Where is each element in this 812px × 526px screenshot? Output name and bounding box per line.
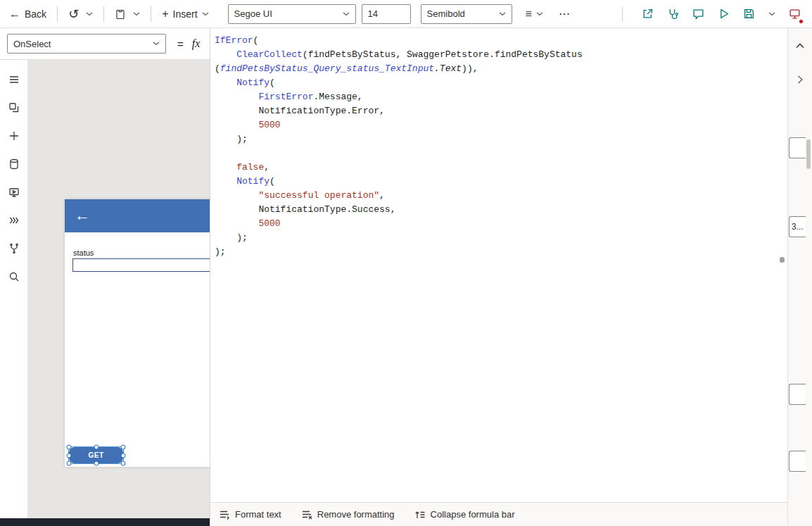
format-text-button[interactable]: Format text [219,509,281,520]
code-line: false, [215,161,776,175]
right-panel-strip: 3... [788,28,812,526]
format-text-label: Format text [235,509,281,520]
data-button[interactable] [0,150,28,178]
chevron-down-icon [202,12,209,16]
code-line: "successful operation", [215,189,776,203]
selection-handle[interactable] [67,445,72,450]
chevron-right-icon [794,74,806,85]
collapse-formula-bar-label: Collapse formula bar [431,509,515,520]
selection-handle[interactable] [67,453,72,458]
insert-button[interactable]: + Insert [158,4,212,25]
fork-icon [8,243,20,254]
font-family-value: Segoe UI [234,8,272,19]
back-label: Back [25,8,46,20]
selection-handle[interactable] [121,453,126,458]
chevron-down-icon [499,12,506,16]
collapse-formula-bar-icon [414,509,426,520]
clipped-property-input[interactable] [789,451,806,472]
share-icon [642,8,654,20]
stethoscope-icon [667,8,679,20]
search-icon [8,271,20,282]
font-weight-value: Semibold [427,8,465,19]
media-button[interactable] [0,178,28,206]
menu-button[interactable] [0,65,28,94]
property-selector[interactable]: OnSelect [7,34,166,54]
clipped-property-input[interactable] [789,137,806,158]
font-size-select[interactable]: 14 [362,4,411,24]
toolbar-divider [103,6,104,22]
undo-button[interactable]: ↺ [65,4,82,25]
screen-header-bar[interactable]: ← [65,199,210,232]
font-size-value: 14 [368,8,378,19]
publish-button[interactable] [787,4,802,25]
more-commands-button[interactable]: ⋯ [555,4,573,25]
insert-rail-button[interactable] [0,122,28,150]
format-text-icon [219,509,230,520]
app-screen-preview[interactable]: ← status GET [65,199,210,467]
formula-scrollbar-thumb[interactable] [780,257,785,263]
power-automate-button[interactable] [0,206,28,234]
remove-formatting-button[interactable]: Remove formatting [301,509,395,520]
clipped-property-input[interactable] [789,384,806,405]
chevron-up-icon [794,40,806,51]
selected-control-bounds[interactable]: GET [68,446,124,464]
clipped-property-input[interactable]: 3... [789,216,806,237]
collapse-formula-bar-button[interactable]: Collapse formula bar [414,509,515,520]
selection-handle[interactable] [67,461,72,466]
code-line: ); [215,132,776,146]
chevron-down-icon [153,42,160,46]
plus-icon: + [162,8,168,20]
right-scrollbar-thumb[interactable] [806,139,811,169]
collapse-formula-chevron-button[interactable] [792,38,808,54]
code-line: ); [215,231,776,245]
alignment-button[interactable]: ≡ [522,4,547,25]
font-weight-select[interactable]: Semibold [421,4,512,24]
toolbar-right-group [615,4,812,25]
selection-handle[interactable] [121,445,126,450]
save-dropdown-button[interactable] [767,4,777,25]
selection-handle[interactable] [121,461,126,466]
hamburger-icon [8,74,20,85]
app-checker-button[interactable] [666,4,680,25]
back-button[interactable]: ← Back [6,4,50,25]
paste-button[interactable] [111,4,129,25]
code-line: NotificationType.Success, [215,203,776,217]
code-line: ClearCollect(findPetsByStatus, SwaggerPe… [215,48,776,62]
top-toolbar: ← Back ↺ + Insert Segoe UI 14 [0,0,812,28]
database-icon [8,158,20,170]
share-button[interactable] [640,4,655,25]
expand-right-panel-button[interactable] [792,72,808,87]
play-icon [718,8,730,20]
insert-label: Insert [173,8,198,20]
chevron-down-icon [768,12,775,16]
formula-code[interactable]: IfError( ClearCollect(findPetsByStatus, … [210,28,776,502]
selection-handle[interactable] [94,461,99,466]
code-line: Notify( [215,76,776,90]
property-value: OnSelect [13,39,51,49]
design-canvas[interactable]: ← status GET [28,60,210,518]
status-field-label[interactable]: status [73,249,94,257]
remove-formatting-icon [301,509,312,520]
variables-button[interactable] [0,234,28,263]
remove-formatting-label: Remove formatting [317,509,395,520]
undo-icon: ↺ [68,8,79,20]
save-button[interactable] [742,4,756,25]
paste-dropdown-button[interactable] [129,4,144,25]
search-button[interactable] [0,263,28,291]
code-line: (findPetsByStatus_Query_status_TextInput… [215,62,776,76]
comments-button[interactable] [691,4,706,25]
preview-button[interactable] [716,4,731,25]
font-family-select[interactable]: Segoe UI [228,4,356,24]
code-line: Notify( [215,175,776,189]
selection-handle[interactable] [94,445,99,450]
property-row: OnSelect = fx [0,28,210,60]
media-icon [8,187,20,198]
code-line: 5000 [215,217,776,231]
status-text-input[interactable] [72,258,210,272]
formula-footer: Format text Remove formatting Collapse f… [210,502,787,526]
screen-back-arrow-icon[interactable]: ← [75,206,90,225]
tree-view-button[interactable] [0,94,28,122]
code-line: ); [215,245,776,259]
undo-dropdown-button[interactable] [82,4,96,25]
chevron-down-icon [86,12,93,16]
